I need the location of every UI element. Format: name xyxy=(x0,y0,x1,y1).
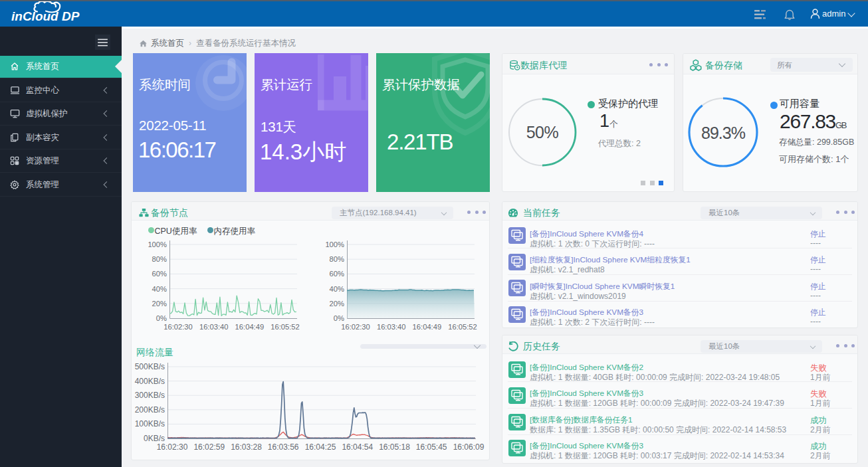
svg-text:16:03:40: 16:03:40 xyxy=(199,323,229,331)
svg-text:16:03:56: 16:03:56 xyxy=(268,442,299,452)
svg-text:0KB/s: 0KB/s xyxy=(144,434,165,443)
svg-text:40%: 40% xyxy=(152,285,167,293)
svg-text:20%: 20% xyxy=(152,300,167,308)
svg-text:500KB/s: 500KB/s xyxy=(135,362,165,371)
svg-text:20%: 20% xyxy=(330,300,344,308)
svg-text:300KB/s: 300KB/s xyxy=(135,391,165,400)
svg-text:100%: 100% xyxy=(325,240,344,248)
svg-text:16:05:52: 16:05:52 xyxy=(448,323,477,331)
svg-text:60%: 60% xyxy=(152,270,167,278)
svg-text:80%: 80% xyxy=(152,255,167,263)
svg-text:16:05:18: 16:05:18 xyxy=(379,442,410,452)
svg-text:16:05:52: 16:05:52 xyxy=(271,323,300,331)
svg-text:16:02:59: 16:02:59 xyxy=(193,442,225,452)
svg-text:100KB/s: 100KB/s xyxy=(135,419,165,428)
svg-text:16:03:40: 16:03:40 xyxy=(377,323,406,331)
svg-text:40%: 40% xyxy=(330,285,344,293)
svg-text:16:04:49: 16:04:49 xyxy=(235,323,265,331)
svg-text:16:05:45: 16:05:45 xyxy=(416,442,447,452)
svg-text:16:03:28: 16:03:28 xyxy=(231,442,262,452)
svg-text:16:04:54: 16:04:54 xyxy=(342,442,373,452)
svg-text:0%: 0% xyxy=(156,314,167,322)
svg-text:16:02:30: 16:02:30 xyxy=(341,323,370,331)
svg-text:60%: 60% xyxy=(330,270,344,278)
svg-text:16:02:30: 16:02:30 xyxy=(163,323,193,331)
svg-text:16:02:30: 16:02:30 xyxy=(157,442,188,452)
svg-text:16:06:09: 16:06:09 xyxy=(453,442,485,452)
svg-text:400KB/s: 400KB/s xyxy=(135,377,165,386)
svg-text:200KB/s: 200KB/s xyxy=(135,405,165,415)
svg-text:100%: 100% xyxy=(148,240,167,248)
svg-text:80%: 80% xyxy=(330,255,344,263)
svg-text:16:04:49: 16:04:49 xyxy=(413,323,442,331)
svg-text:16:04:25: 16:04:25 xyxy=(305,442,336,452)
svg-text:0%: 0% xyxy=(334,314,344,322)
